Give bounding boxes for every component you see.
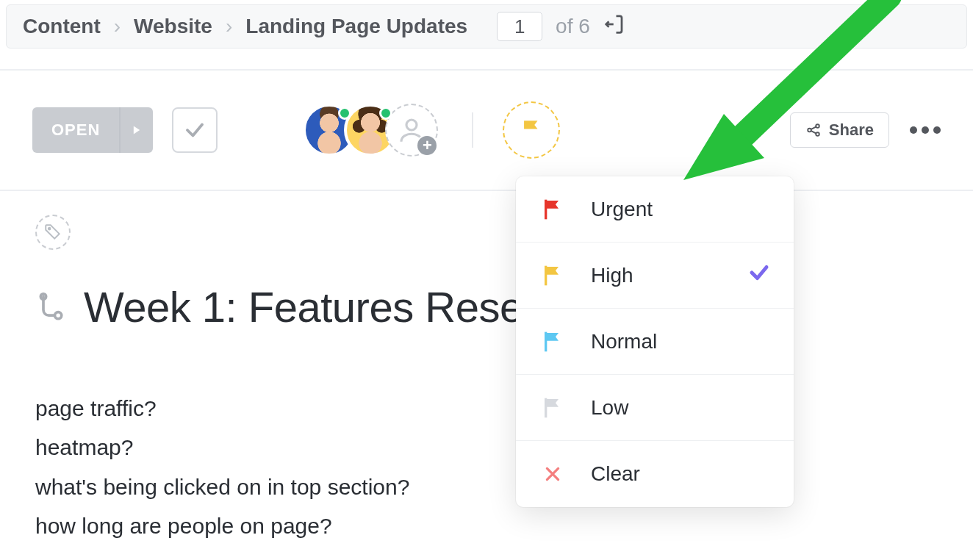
flag-icon [539,198,566,221]
priority-menu: UrgentHighNormalLowClear [516,176,794,507]
svg-point-0 [406,120,417,130]
task-toolbar: OPEN + Share [0,69,973,191]
close-icon [539,464,566,484]
flag-icon [539,396,566,420]
desc-line: page traffic? [35,389,938,428]
desc-line: heatmap? [35,428,938,467]
desc-line: what's being clicked on in top section? [35,467,938,506]
breadcrumb-item-landing[interactable]: Landing Page Updates [245,15,467,38]
plus-icon: + [416,134,438,157]
priority-option-label: High [591,264,633,287]
mark-complete-button[interactable] [172,107,218,153]
priority-option-high[interactable]: High [516,243,794,309]
task-body: Week 1: Features Research page traffic? … [0,191,973,546]
divider [472,112,473,148]
share-label: Share [829,121,874,140]
breadcrumb: Content › Website › Landing Page Updates… [6,4,967,49]
priority-option-label: Normal [591,330,657,353]
flag-icon [539,330,566,353]
svg-point-6 [55,312,62,318]
add-assignee-button[interactable]: + [385,104,438,157]
chevron-right-icon: › [226,15,232,38]
svg-point-4 [49,228,51,230]
priority-option-normal[interactable]: Normal [516,309,794,375]
breadcrumb-item-website[interactable]: Website [134,15,212,38]
subtask-icon [35,292,68,328]
priority-option-label: Urgent [591,198,653,221]
exit-icon[interactable] [603,13,625,40]
check-icon [748,262,770,289]
priority-option-label: Low [591,396,628,420]
priority-option-label: Clear [591,462,640,486]
flag-icon [539,264,566,287]
task-description[interactable]: page traffic? heatmap? what's being clic… [35,389,938,546]
share-button[interactable]: Share [790,112,889,148]
status-label[interactable]: OPEN [32,121,119,140]
priority-option-clear[interactable]: Clear [516,441,794,507]
more-menu-button[interactable] [910,126,941,134]
priority-option-low[interactable]: Low [516,375,794,441]
page-number-input[interactable] [497,12,542,41]
priority-button[interactable] [503,101,560,159]
breadcrumb-item-content[interactable]: Content [23,15,101,38]
desc-line: how long are people on page? [35,506,938,545]
status-open-button[interactable]: OPEN [32,107,153,153]
priority-option-urgent[interactable]: Urgent [516,176,794,243]
chevron-right-icon: › [114,15,121,38]
status-dropdown-toggle[interactable] [119,107,153,153]
assignees: + [303,104,438,157]
page-total-label: of 6 [556,15,590,38]
add-tags-button[interactable] [35,215,71,250]
